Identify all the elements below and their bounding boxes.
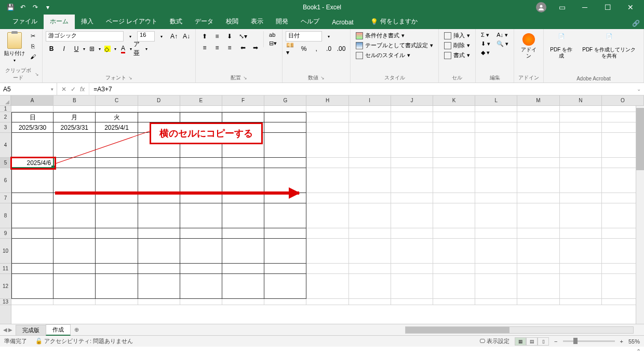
cell[interactable] — [11, 239, 53, 264]
tab-acrobat[interactable]: Acrobat — [326, 16, 359, 29]
cell[interactable] — [53, 158, 96, 168]
tab-page-layout[interactable]: ページ レイアウト — [100, 14, 164, 29]
cell[interactable] — [560, 122, 602, 133]
tab-review[interactable]: 校閲 — [220, 14, 245, 29]
cell[interactable] — [349, 239, 391, 264]
chevron-down-icon[interactable]: ▾ — [83, 47, 85, 51]
cell[interactable] — [349, 193, 391, 203]
cell[interactable] — [53, 203, 96, 228]
phonetic-icon[interactable]: ア亜 — [133, 44, 144, 54]
formula-input[interactable] — [89, 86, 634, 93]
cell[interactable] — [349, 168, 391, 193]
col-header[interactable]: G — [264, 95, 306, 105]
align-top-icon[interactable]: ⬆ — [199, 31, 210, 42]
cell[interactable] — [475, 228, 517, 239]
add-sheet-button[interactable]: ⊕ — [70, 326, 83, 333]
cell[interactable] — [475, 299, 517, 305]
cell[interactable] — [306, 168, 348, 193]
cell[interactable]: 2025/3/30 — [11, 122, 53, 133]
sheet-tab[interactable]: 完成版 — [16, 325, 46, 335]
percent-format-icon[interactable]: % — [298, 44, 310, 54]
insert-cells-button[interactable]: 挿入 ▾ — [442, 31, 472, 40]
cell[interactable] — [475, 112, 517, 122]
col-header[interactable]: B — [53, 95, 96, 105]
col-header[interactable]: M — [517, 95, 559, 105]
cell[interactable] — [264, 203, 306, 228]
cell[interactable] — [53, 274, 96, 299]
col-header[interactable]: L — [475, 95, 517, 105]
cell[interactable] — [180, 264, 222, 274]
cell[interactable] — [349, 203, 391, 228]
cell[interactable] — [517, 264, 559, 274]
tab-file[interactable]: ファイル — [6, 14, 44, 29]
scrollbar-thumb[interactable] — [636, 108, 644, 170]
accessibility-status[interactable]: 🔓 アクセシビリティ: 問題ありません — [35, 337, 133, 345]
cell[interactable] — [560, 133, 602, 158]
cell[interactable] — [96, 193, 138, 203]
horizontal-scrollbar[interactable] — [405, 326, 634, 334]
increase-decimal-icon[interactable]: .0 — [323, 44, 334, 54]
orientation-icon[interactable]: ⤡▾ — [237, 31, 249, 42]
decrease-font-icon[interactable]: A↓ — [181, 31, 192, 42]
cell[interactable] — [96, 106, 138, 112]
cell[interactable] — [138, 274, 180, 299]
dialog-launcher-icon[interactable]: ↘ — [243, 75, 247, 80]
cell[interactable] — [475, 193, 517, 203]
dialog-launcher-icon[interactable]: ↘ — [35, 72, 39, 77]
cell[interactable] — [433, 228, 475, 239]
cell[interactable] — [391, 133, 433, 158]
cell[interactable] — [53, 239, 96, 264]
cell[interactable] — [11, 168, 53, 193]
cell[interactable] — [517, 239, 559, 264]
cell[interactable] — [475, 133, 517, 158]
row-header[interactable]: 6 — [0, 168, 11, 193]
cell[interactable] — [433, 133, 475, 158]
cell[interactable] — [517, 122, 559, 133]
cell[interactable] — [138, 228, 180, 239]
cell[interactable] — [391, 299, 433, 305]
cell[interactable] — [264, 112, 306, 122]
cell[interactable] — [391, 264, 433, 274]
cell[interactable] — [138, 239, 180, 264]
cell[interactable] — [433, 158, 475, 168]
autosum-button[interactable]: Σ ▾ — [479, 31, 492, 39]
cell[interactable] — [306, 158, 348, 168]
font-color-icon[interactable]: A — [117, 44, 129, 54]
cell[interactable] — [53, 133, 96, 158]
col-header[interactable]: J — [391, 95, 433, 105]
cell[interactable] — [517, 299, 559, 305]
col-header[interactable]: N — [560, 95, 602, 105]
clear-button[interactable]: ◆ ▾ — [479, 49, 492, 57]
cell[interactable] — [560, 299, 602, 305]
cell[interactable] — [96, 264, 138, 274]
zoom-slider[interactable] — [563, 340, 615, 342]
pdf-share-button[interactable]: 📄 PDF を作成してリンクを共有 — [578, 31, 640, 61]
cell[interactable] — [180, 158, 222, 168]
cell[interactable] — [517, 158, 559, 168]
cell[interactable] — [180, 239, 222, 264]
cell[interactable] — [306, 133, 348, 158]
cell[interactable] — [433, 106, 475, 112]
undo-icon[interactable]: ↶ — [19, 3, 27, 11]
cell[interactable] — [349, 274, 391, 299]
cell[interactable] — [560, 112, 602, 122]
cell[interactable] — [53, 299, 96, 305]
name-box-input[interactable] — [3, 86, 34, 93]
increase-indent-icon[interactable]: ➡ — [250, 43, 261, 53]
col-header[interactable]: C — [96, 95, 138, 105]
col-header[interactable]: O — [602, 95, 644, 105]
cell[interactable] — [222, 239, 264, 264]
cell[interactable] — [433, 168, 475, 193]
chevron-down-icon[interactable]: ▾ — [99, 47, 101, 51]
row-header[interactable]: 7 — [0, 193, 11, 203]
cell[interactable]: 2025/3/31 — [53, 122, 96, 133]
cell[interactable] — [264, 228, 306, 239]
find-select-button[interactable]: 🔍 ▾ — [494, 40, 511, 48]
cell[interactable]: 2025/4/6 — [11, 158, 53, 168]
cell[interactable] — [264, 264, 306, 274]
cut-icon[interactable]: ✂ — [28, 31, 37, 40]
chevron-down-icon[interactable]: ▾ — [156, 31, 167, 42]
vertical-scrollbar[interactable] — [636, 106, 644, 324]
close-button[interactable]: ✕ — [623, 2, 638, 12]
cell[interactable] — [306, 203, 348, 228]
